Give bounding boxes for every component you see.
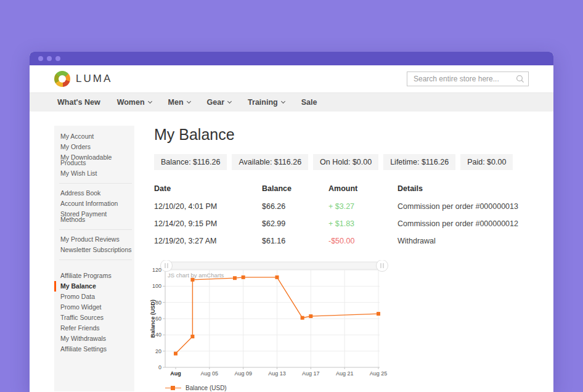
luma-logo[interactable]: LUMA bbox=[54, 71, 112, 87]
sidebar-item[interactable]: Account Information bbox=[54, 198, 134, 209]
window-titlebar bbox=[30, 52, 553, 65]
svg-text:20: 20 bbox=[155, 348, 161, 354]
account-sidebar: My Account My Orders My Downloadable Pro… bbox=[54, 126, 134, 391]
nav-menu-item[interactable]: Men bbox=[168, 98, 190, 107]
svg-text:Aug 25: Aug 25 bbox=[370, 370, 388, 377]
column-header-date: Date bbox=[154, 182, 262, 198]
balance-history-table: Date Balance Amount Details 12/10/20, 4:… bbox=[154, 182, 519, 250]
sidebar-item[interactable]: Promo Data bbox=[54, 292, 134, 302]
cell-details: Withdrawal bbox=[398, 233, 519, 250]
nav-menu-item[interactable]: What's New bbox=[57, 98, 100, 107]
luma-logo-icon bbox=[54, 71, 70, 87]
account-page: My Account My Orders My Downloadable Pro… bbox=[30, 112, 553, 391]
balance-badge: Paid: $0.00 bbox=[460, 154, 513, 170]
chevron-down-icon bbox=[148, 99, 152, 104]
sidebar-item[interactable]: Stored Payment Methods bbox=[54, 209, 134, 225]
svg-text:Aug 05: Aug 05 bbox=[201, 370, 219, 377]
nav-menu-item[interactable]: Gear bbox=[207, 98, 232, 107]
balance-badge: On Hold: $0.00 bbox=[313, 154, 378, 170]
nav-menu-label: Women bbox=[117, 98, 145, 107]
svg-text:60: 60 bbox=[155, 316, 161, 322]
browser-window: LUMA What's New Women Men bbox=[30, 52, 553, 392]
sidebar-item[interactable]: My Product Reviews bbox=[54, 234, 134, 245]
legend-line-marker-icon bbox=[165, 386, 181, 390]
sidebar-item[interactable]: My Account bbox=[54, 131, 134, 142]
sidebar-item[interactable]: My Wish List bbox=[54, 168, 134, 179]
cell-date: 12/14/20, 9:15 PM bbox=[154, 216, 262, 233]
cell-date: 12/10/20, 4:01 PM bbox=[154, 198, 262, 216]
svg-text:JS chart by amCharts: JS chart by amCharts bbox=[168, 272, 224, 279]
cell-details: Commission per order #000000013 bbox=[398, 198, 519, 216]
nav-menu-label: What's New bbox=[57, 98, 100, 107]
chart-legend[interactable]: Balance (USD) bbox=[150, 385, 524, 391]
sidebar-item[interactable]: My Balance bbox=[54, 281, 134, 292]
sidebar-divider bbox=[59, 183, 132, 184]
cell-amount: + $1.83 bbox=[328, 216, 398, 233]
balance-badge: Balance: $116.26 bbox=[154, 154, 227, 170]
chevron-down-icon bbox=[281, 99, 285, 104]
luma-logo-text: LUMA bbox=[76, 73, 112, 85]
cell-details: Commission per order #000000012 bbox=[398, 216, 519, 233]
sidebar-item[interactable]: Traffic Sources bbox=[54, 312, 134, 323]
cell-amount: + $3.27 bbox=[328, 198, 398, 216]
balance-badge: Lifetime: $116.26 bbox=[383, 154, 455, 170]
legend-label: Balance (USD) bbox=[186, 385, 227, 391]
svg-text:Aug 09: Aug 09 bbox=[234, 370, 252, 377]
store-search bbox=[407, 71, 529, 86]
svg-text:Aug 17: Aug 17 bbox=[302, 370, 320, 377]
main-navigation: What's New Women Men Gear Training bbox=[30, 92, 553, 112]
nav-menu-label: Gear bbox=[207, 98, 225, 107]
sidebar-item[interactable]: My Withdrawals bbox=[54, 333, 134, 344]
svg-text:80: 80 bbox=[155, 300, 161, 306]
sidebar-item[interactable]: My Orders bbox=[54, 142, 134, 152]
balance-badge: Available: $116.26 bbox=[232, 154, 308, 170]
store-header: LUMA bbox=[30, 65, 553, 92]
cell-balance: $62.99 bbox=[262, 216, 328, 233]
sidebar-item[interactable]: Promo Widget bbox=[54, 302, 134, 312]
svg-text:0: 0 bbox=[158, 364, 161, 370]
balance-line-chart[interactable]: 020406080100120AugAug 05Aug 09Aug 13Aug … bbox=[150, 260, 388, 378]
sidebar-item[interactable]: Address Book bbox=[54, 188, 134, 198]
sidebar-item[interactable]: Newsletter Subscriptions bbox=[54, 245, 134, 255]
sidebar-divider bbox=[59, 229, 132, 230]
search-icon[interactable] bbox=[516, 75, 524, 83]
cell-amount: -$50.00 bbox=[328, 233, 398, 250]
svg-text:Aug 21: Aug 21 bbox=[336, 370, 354, 377]
chevron-down-icon bbox=[227, 99, 232, 104]
nav-menu-item[interactable]: Sale bbox=[301, 98, 317, 107]
window-control-dot[interactable] bbox=[47, 56, 52, 61]
svg-text:120: 120 bbox=[152, 267, 161, 273]
sidebar-item[interactable]: Affiliate Programs bbox=[54, 271, 134, 281]
page-title: My Balance bbox=[154, 126, 524, 144]
nav-menu-item[interactable]: Women bbox=[117, 98, 152, 107]
chevron-down-icon bbox=[187, 99, 191, 104]
balance-content: My Balance Balance: $116.26 Available: $… bbox=[154, 126, 524, 391]
nav-menu-label: Training bbox=[248, 98, 278, 107]
sidebar-item[interactable]: My Downloadable Products bbox=[54, 152, 134, 168]
balance-chart-container: 020406080100120AugAug 05Aug 09Aug 13Aug … bbox=[150, 260, 524, 391]
nav-menu-label: Men bbox=[168, 98, 184, 107]
column-header-balance: Balance bbox=[262, 182, 328, 198]
svg-text:Aug: Aug bbox=[170, 370, 181, 377]
column-header-details: Details bbox=[398, 182, 519, 198]
sidebar-item[interactable]: Refer Friends bbox=[54, 323, 134, 333]
sidebar-item[interactable]: Affiliate Settings bbox=[54, 344, 134, 354]
window-control-dot[interactable] bbox=[55, 56, 60, 61]
sidebar-divider bbox=[59, 259, 132, 260]
nav-menu-label: Sale bbox=[301, 98, 317, 107]
search-input[interactable] bbox=[407, 71, 529, 86]
svg-text:40: 40 bbox=[155, 332, 161, 338]
cell-balance: $66.26 bbox=[262, 198, 328, 216]
svg-text:Balance (USD): Balance (USD) bbox=[150, 300, 156, 338]
balance-summary: Balance: $116.26 Available: $116.26 On H… bbox=[154, 154, 524, 170]
cell-balance: $61.16 bbox=[262, 233, 328, 250]
column-header-amount: Amount bbox=[328, 182, 398, 198]
window-control-dot[interactable] bbox=[38, 56, 43, 61]
svg-text:Aug 13: Aug 13 bbox=[268, 370, 286, 377]
cell-date: 12/19/20, 3:27 AM bbox=[154, 233, 262, 250]
svg-text:100: 100 bbox=[152, 283, 161, 289]
nav-menu-item[interactable]: Training bbox=[248, 98, 285, 107]
